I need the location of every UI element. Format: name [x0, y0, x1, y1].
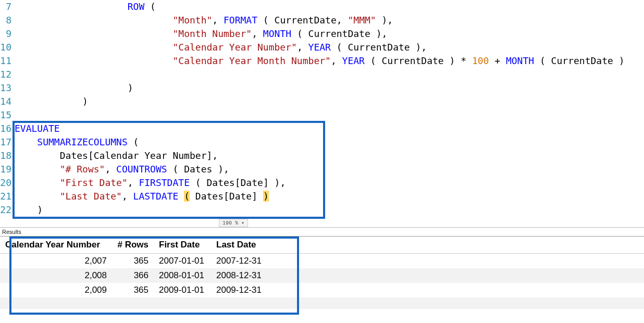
- cell-count: 366: [112, 268, 154, 283]
- table-row-empty: [0, 297, 644, 309]
- cell-count: 365: [112, 254, 154, 269]
- cell-last-date: 2009-12-31: [211, 283, 268, 297]
- code-editor[interactable]: 7 ROW ( 8 "Month", FORMAT ( CurrentDate,…: [0, 0, 644, 227]
- code-line[interactable]: 22 ): [0, 203, 644, 217]
- column-header[interactable]: Calendar Year Number: [0, 237, 112, 254]
- code-line[interactable]: 14 ): [0, 95, 644, 108]
- line-number: 19: [0, 163, 15, 176]
- column-header-empty: [268, 237, 644, 254]
- code-line[interactable]: 12: [0, 68, 644, 81]
- cell-year: 2,007: [0, 254, 112, 269]
- cell-first-date: 2007-01-01: [154, 254, 211, 269]
- code-line[interactable]: 15: [0, 108, 644, 122]
- cell-first-date: 2008-01-01: [154, 268, 211, 283]
- table-row[interactable]: 2,007 365 2007-01-01 2007-12-31: [0, 254, 644, 269]
- cell-last-date: 2007-12-31: [211, 254, 268, 269]
- code-line[interactable]: 21 "Last Date", LASTDATE ( Dates[Date] ): [0, 190, 644, 203]
- zoom-level[interactable]: 190 % ▾: [219, 219, 248, 227]
- code-line[interactable]: 10 "Calendar Year Number", YEAR ( Curren…: [0, 41, 644, 54]
- line-number: 21: [0, 190, 15, 203]
- line-number: 18: [0, 149, 15, 163]
- code-line[interactable]: 8 "Month", FORMAT ( CurrentDate, "MMM" )…: [0, 14, 644, 27]
- code-line[interactable]: 16 EVALUATE: [0, 122, 644, 135]
- code-line[interactable]: 9 "Month Number", MONTH ( CurrentDate ),: [0, 27, 644, 41]
- cell-year: 2,008: [0, 268, 112, 283]
- code-line[interactable]: 18 Dates[Calendar Year Number],: [0, 149, 644, 163]
- table-row[interactable]: 2,008 366 2008-01-01 2008-12-31: [0, 268, 644, 283]
- cell-first-date: 2009-01-01: [154, 283, 211, 297]
- line-number: 8: [0, 14, 15, 27]
- code-line[interactable]: 17 SUMMARIZECOLUMNS (: [0, 135, 644, 149]
- column-header[interactable]: First Date: [154, 237, 211, 254]
- line-number: 7: [0, 0, 15, 14]
- results-table: Calendar Year Number # Rows First Date L…: [0, 237, 644, 309]
- line-number: 14: [0, 95, 15, 108]
- cell-year: 2,009: [0, 283, 112, 297]
- line-number: 16: [0, 122, 15, 135]
- line-number: 20: [0, 176, 15, 190]
- code-line[interactable]: 7 ROW (: [0, 0, 644, 14]
- line-number: 13: [0, 81, 15, 95]
- matched-paren-close: ): [263, 191, 269, 202]
- line-number: 12: [0, 68, 15, 81]
- results-panel: Calendar Year Number # Rows First Date L…: [0, 236, 644, 309]
- table-row[interactable]: 2,009 365 2009-01-01 2009-12-31: [0, 283, 644, 297]
- line-number: 9: [0, 27, 15, 41]
- matched-paren-open: (: [184, 191, 190, 202]
- table-header-row: Calendar Year Number # Rows First Date L…: [0, 237, 644, 254]
- line-number: 10: [0, 41, 15, 54]
- line-number: 11: [0, 54, 15, 68]
- column-header[interactable]: # Rows: [112, 237, 154, 254]
- cell-last-date: 2008-12-31: [211, 268, 268, 283]
- line-number: 17: [0, 135, 15, 149]
- code-line[interactable]: 11 "Calendar Year Month Number", YEAR ( …: [0, 54, 644, 68]
- code-line[interactable]: 13 ): [0, 81, 644, 95]
- code-line[interactable]: 19 "# Rows", COUNTROWS ( Dates ),: [0, 163, 644, 176]
- code-line[interactable]: 20 "First Date", FIRSTDATE ( Dates[Date]…: [0, 176, 644, 190]
- results-panel-label: Results: [0, 227, 644, 235]
- line-number: 22: [0, 203, 15, 217]
- line-number: 15: [0, 108, 15, 122]
- cell-count: 365: [112, 283, 154, 297]
- column-header[interactable]: Last Date: [211, 237, 268, 254]
